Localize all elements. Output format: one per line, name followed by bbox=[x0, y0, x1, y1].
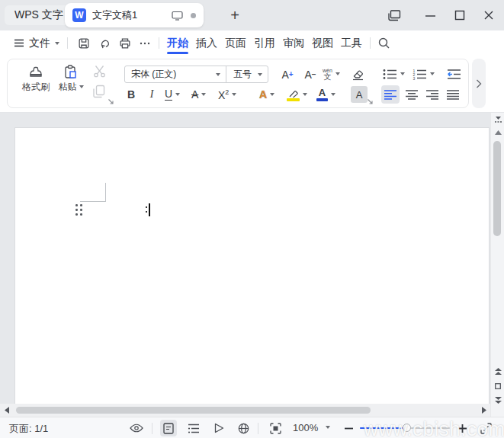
maximize-button[interactable] bbox=[451, 8, 468, 23]
web-layout-button[interactable] bbox=[235, 420, 252, 436]
character-shading-button[interactable]: A bbox=[351, 86, 368, 103]
save-button[interactable] bbox=[75, 35, 91, 51]
paragraph-drag-handle[interactable] bbox=[75, 204, 82, 216]
tab-view[interactable]: 视图 bbox=[311, 30, 334, 56]
align-left-icon bbox=[384, 90, 396, 100]
format-painter-label: 格式刷 bbox=[22, 81, 50, 94]
zoom-slider[interactable] bbox=[360, 427, 450, 429]
file-menu-button[interactable]: 文件 bbox=[14, 30, 59, 56]
decrease-indent-button[interactable] bbox=[445, 66, 462, 82]
zoom-in-button[interactable] bbox=[454, 420, 470, 436]
align-center-icon bbox=[406, 90, 418, 100]
horizontal-scroll-thumb[interactable] bbox=[16, 407, 371, 414]
fullscreen-button[interactable] bbox=[477, 420, 494, 436]
pinyin-guide-button[interactable]: wén 文 bbox=[323, 64, 340, 84]
next-page-button[interactable] bbox=[493, 395, 503, 405]
undo-button[interactable] bbox=[97, 35, 113, 51]
close-button[interactable] bbox=[480, 8, 497, 23]
scroll-up-arrow[interactable] bbox=[493, 128, 503, 137]
page-view-button[interactable] bbox=[160, 420, 177, 436]
italic-button[interactable]: I bbox=[143, 86, 160, 103]
paste-button[interactable]: 粘贴 bbox=[55, 62, 87, 95]
bullet-list-icon bbox=[383, 69, 397, 80]
align-center-button[interactable] bbox=[403, 85, 421, 104]
wps-writer-window: WPS 文字 W 文字文稿1 + 文件 bbox=[0, 0, 504, 438]
superscript-button[interactable]: X2 bbox=[218, 86, 236, 103]
zoom-out-button[interactable] bbox=[340, 420, 357, 436]
bullet-list-button[interactable] bbox=[383, 66, 405, 82]
document-tab[interactable]: W 文字文稿1 bbox=[65, 3, 204, 27]
document-area bbox=[0, 113, 504, 417]
minimize-button[interactable] bbox=[422, 8, 438, 23]
highlight-color-button[interactable] bbox=[287, 85, 307, 104]
more-commands-icon[interactable] bbox=[136, 35, 152, 51]
format-painter-button[interactable]: 格式刷 bbox=[21, 62, 50, 95]
monitor-icon[interactable] bbox=[172, 11, 183, 21]
cut-button[interactable] bbox=[91, 62, 108, 79]
chevron-down-icon bbox=[400, 72, 405, 75]
ribbon-more-button[interactable] bbox=[472, 59, 486, 108]
text-effects-button[interactable]: A bbox=[259, 86, 274, 103]
page-indicator: 页面: 1/1 bbox=[9, 422, 48, 436]
toggle-ribbon-icon[interactable] bbox=[493, 114, 503, 125]
zoom-level-value[interactable]: 100% bbox=[293, 422, 318, 433]
tab-home[interactable]: 开始 bbox=[166, 30, 189, 56]
margin-crop-mark bbox=[80, 183, 106, 202]
align-right-button[interactable] bbox=[423, 85, 441, 104]
strikethrough-button[interactable]: A bbox=[191, 86, 206, 103]
new-tab-button[interactable]: + bbox=[226, 6, 244, 24]
previous-page-button[interactable] bbox=[493, 366, 503, 377]
tab-insert[interactable]: 插入 bbox=[195, 30, 218, 56]
app-label: WPS 文字 bbox=[14, 8, 63, 22]
chevron-down-icon[interactable] bbox=[326, 426, 330, 429]
divider bbox=[370, 37, 371, 49]
tab-references[interactable]: 引用 bbox=[253, 30, 276, 56]
chevron-down-icon bbox=[331, 93, 335, 96]
outline-view-button[interactable] bbox=[185, 420, 202, 436]
bold-button[interactable]: B bbox=[123, 86, 140, 103]
clear-formatting-button[interactable] bbox=[348, 65, 367, 83]
tab-review[interactable]: 审阅 bbox=[282, 30, 305, 56]
vertical-scroll-thumb[interactable] bbox=[493, 141, 501, 236]
underline-button[interactable]: U bbox=[165, 86, 180, 103]
font-name-value: 宋体 (正文) bbox=[125, 68, 216, 81]
increase-font-size-button[interactable]: A+ bbox=[278, 66, 297, 83]
search-icon[interactable] bbox=[376, 35, 392, 51]
tab-list-icon[interactable] bbox=[386, 8, 403, 23]
numbered-list-button[interactable]: 123 bbox=[413, 66, 435, 82]
chevron-down-icon bbox=[79, 85, 84, 88]
print-button[interactable] bbox=[117, 35, 133, 51]
document-page[interactable] bbox=[15, 128, 489, 417]
chevron-down-icon bbox=[335, 72, 340, 75]
tab-page[interactable]: 页面 bbox=[224, 30, 247, 56]
menubar: 文件 开始 插入 页面 引用 审阅 视图 工具 bbox=[0, 30, 504, 56]
scroll-right-arrow[interactable] bbox=[479, 405, 489, 415]
zoom-slider-handle[interactable] bbox=[403, 424, 411, 432]
align-left-button[interactable] bbox=[381, 85, 400, 104]
font-group-expand-icon[interactable] bbox=[367, 98, 374, 105]
select-browse-object-button[interactable] bbox=[493, 381, 503, 392]
horizontal-scrollbar[interactable] bbox=[0, 404, 490, 417]
chevron-down-icon bbox=[270, 93, 274, 96]
file-menu-label: 文件 bbox=[29, 37, 50, 50]
play-presentation-button[interactable] bbox=[210, 420, 227, 436]
copy-button[interactable] bbox=[91, 83, 108, 100]
decrease-font-size-button[interactable]: A− bbox=[300, 66, 320, 83]
font-color-button[interactable]: A bbox=[316, 85, 335, 104]
hamburger-icon bbox=[14, 39, 24, 47]
tab-status-dot[interactable] bbox=[191, 13, 196, 18]
tab-tools[interactable]: 工具 bbox=[340, 30, 363, 56]
scroll-left-arrow[interactable] bbox=[2, 405, 11, 415]
strikethrough-glyph: A bbox=[191, 88, 198, 101]
clipboard-group-expand-icon[interactable] bbox=[108, 98, 114, 105]
scissors-icon bbox=[92, 64, 107, 78]
app-menu-button[interactable]: WPS 文字 bbox=[5, 5, 73, 25]
text-effects-glyph: A bbox=[259, 88, 267, 101]
vertical-scrollbar[interactable] bbox=[490, 113, 504, 417]
font-name-select[interactable]: 宋体 (正文) 五号 bbox=[124, 66, 268, 83]
spellcheck-eye-icon[interactable] bbox=[128, 420, 145, 436]
text-cursor[interactable] bbox=[149, 203, 150, 216]
fit-page-button[interactable] bbox=[267, 420, 284, 436]
justify-button[interactable] bbox=[444, 85, 462, 104]
align-right-icon bbox=[426, 90, 438, 100]
